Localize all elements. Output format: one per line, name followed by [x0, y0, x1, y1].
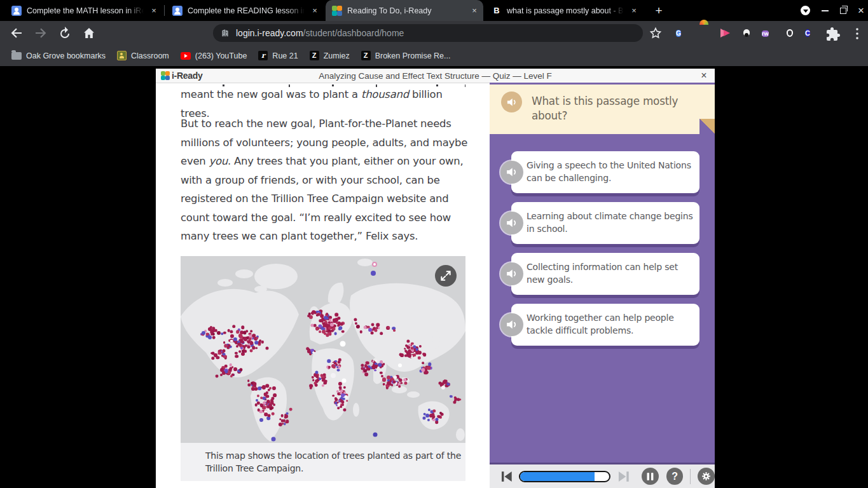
back-icon[interactable] [9, 25, 24, 41]
reload-icon[interactable] [57, 25, 72, 41]
map-dot [320, 314, 324, 318]
close-window-icon[interactable]: × [858, 6, 864, 15]
map-dot [225, 370, 228, 373]
map-dot [313, 324, 317, 327]
bookmark-broken-promise[interactable]: ZBroken Promise Re... [361, 51, 451, 60]
address-bar[interactable]: login.i-ready.com/student/dashboard/home [213, 24, 643, 42]
map-dot [255, 403, 258, 407]
map-dot [371, 331, 374, 334]
answer-audio-button[interactable] [500, 313, 523, 336]
letter-z-icon: Z [310, 51, 319, 60]
bookmark-folder-oak-grove[interactable]: Oak Grove bookmarks [11, 51, 106, 60]
audio-progress-bar[interactable] [519, 471, 610, 482]
map-dot [220, 374, 223, 376]
map-dot [371, 323, 374, 326]
answer-option-2[interactable]: Learning about climate change begins in … [511, 202, 699, 244]
screencastify-extension-icon[interactable] [719, 27, 732, 39]
tab-close-icon[interactable]: × [310, 6, 320, 16]
classroom-icon [117, 51, 127, 60]
new-tab-button[interactable]: + [651, 4, 666, 19]
map-dot [312, 351, 315, 354]
tab-close-icon[interactable]: × [469, 6, 479, 16]
map-dot [332, 395, 334, 397]
map-dot [208, 336, 212, 339]
securly-shield-extension-icon[interactable] [783, 27, 796, 39]
map-dot [436, 418, 439, 421]
tab-reading-lesson[interactable]: Complete the READING lesson in × [166, 0, 324, 21]
read-write-extension-icon[interactable]: rw [762, 27, 775, 39]
extensions-puzzle-icon[interactable] [825, 27, 838, 39]
trillion-tree-map [181, 256, 465, 443]
map-dot [272, 437, 276, 442]
bookmark-star-icon[interactable] [648, 25, 663, 41]
tab-math-lesson[interactable]: Complete the MATH lesson in iRe × [5, 0, 163, 21]
answer-audio-button[interactable] [500, 161, 523, 184]
question-card: What is this passage mostly about? [490, 85, 715, 134]
map-dot [255, 347, 258, 349]
pause-button[interactable] [642, 468, 659, 485]
map-dot [306, 347, 310, 351]
map-dot [341, 330, 345, 333]
map-dot [212, 336, 216, 339]
map-dot [364, 326, 367, 329]
tab-search-passage[interactable]: B what is passage mostly about - B × [485, 0, 643, 21]
map-dot [373, 433, 378, 437]
iready-pinwheel-icon [332, 6, 342, 16]
iready-brand-name: i-Ready [172, 71, 202, 81]
screenshot-extension-icon[interactable] [698, 27, 710, 39]
bookmark-youtube[interactable]: (263) YouTube [181, 51, 247, 60]
bookmark-label: Classroom [131, 51, 169, 60]
settings-button[interactable] [698, 468, 715, 485]
map-dot [404, 348, 406, 350]
bookmark-zumiez[interactable]: ZZumiez [310, 51, 350, 60]
controls-divider [690, 469, 691, 484]
map-dot [315, 379, 317, 382]
map-dot [326, 330, 328, 333]
map-dot [387, 327, 390, 329]
map-dot [237, 342, 241, 346]
tab-reading-todo-active[interactable]: Reading To Do, i-Ready × [326, 0, 483, 21]
tab-close-icon[interactable]: × [149, 6, 159, 16]
map-dot [337, 369, 340, 372]
organization-building-icon [221, 29, 230, 37]
google-translate-extension-icon[interactable]: G [676, 27, 689, 39]
answer-audio-button[interactable] [500, 212, 523, 234]
question-audio-button[interactable] [501, 92, 522, 112]
skip-back-button[interactable] [500, 470, 514, 484]
lesson-close-icon[interactable]: × [698, 70, 710, 81]
map-dot [444, 379, 446, 382]
classroom-assignment-icon [172, 6, 183, 16]
help-button[interactable]: ? [666, 468, 684, 485]
browser-menu-icon[interactable] [850, 26, 861, 40]
lesson-title: Analyzing Cause and Effect Text Structur… [232, 71, 638, 81]
answer-option-4[interactable]: Working together can help people tackle … [511, 304, 699, 346]
tab-strip: Complete the MATH lesson in iRe × Comple… [0, 0, 868, 21]
kami-extension-icon[interactable] [740, 27, 753, 39]
window-controls: × [801, 0, 864, 21]
map-dot [322, 330, 326, 334]
answer-option-3[interactable]: Collecting information can help set new … [511, 253, 699, 295]
map-dot [330, 323, 334, 327]
tab-close-icon[interactable]: × [629, 6, 639, 16]
caret-circle-icon[interactable] [801, 6, 810, 15]
map-dot [235, 355, 238, 358]
speaker-icon [505, 318, 519, 332]
map-dot [340, 405, 342, 408]
map-dot [260, 396, 263, 399]
home-icon[interactable] [81, 25, 97, 41]
skip-forward-button[interactable] [617, 470, 631, 484]
bookmark-classroom[interactable]: Classroom [117, 51, 169, 60]
tab-title: Reading To Do, i-Ready [347, 6, 464, 15]
restore-window-icon[interactable] [840, 8, 846, 14]
answer-text: Giving a speech to the United Nations ca… [527, 159, 693, 184]
clever-extension-icon[interactable]: C [805, 27, 818, 39]
map-dot [244, 349, 247, 353]
answer-option-1[interactable]: Giving a speech to the United Nations ca… [511, 151, 699, 193]
answer-audio-button[interactable] [500, 262, 523, 285]
forward-icon[interactable] [33, 25, 48, 41]
minimize-icon[interactable] [822, 10, 829, 11]
map-dot [415, 348, 418, 351]
tab-title: Complete the READING lesson in [188, 6, 305, 15]
bookmark-rue21[interactable]: rRue 21 [258, 51, 298, 60]
map-expand-button[interactable] [435, 265, 457, 287]
